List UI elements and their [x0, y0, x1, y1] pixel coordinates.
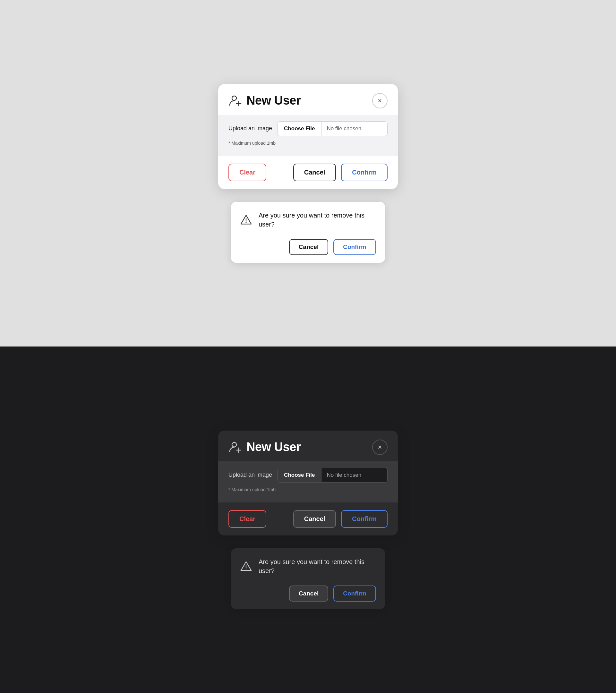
alert-confirm-button-dark[interactable]: Confirm	[333, 586, 376, 601]
file-upload-row-dark: Upload an image Choose File No file chos…	[228, 468, 388, 482]
modal-footer-dark: Clear Cancel Confirm	[218, 502, 398, 535]
modal-body-dark: Upload an image Choose File No file chos…	[218, 461, 398, 502]
no-file-text-light: No file chosen	[321, 122, 366, 136]
modal-title-light: New User	[246, 94, 301, 107]
close-button-light[interactable]: ×	[372, 93, 388, 108]
alert-footer-dark: Cancel Confirm	[231, 582, 385, 609]
modal-footer-light: Clear Cancel Confirm	[218, 156, 398, 189]
alert-cancel-button-light[interactable]: Cancel	[289, 239, 328, 255]
dark-theme-section: New User × Upload an image Choose File N…	[0, 346, 616, 693]
svg-point-9	[246, 569, 247, 570]
max-upload-note-light: * Maximum upload 1mb	[228, 140, 388, 146]
cancel-button-dark[interactable]: Cancel	[293, 510, 336, 528]
close-button-dark[interactable]: ×	[372, 439, 388, 455]
alert-message-dark: Are you sure you want to remove this use…	[259, 557, 376, 575]
alert-cancel-button-dark[interactable]: Cancel	[289, 586, 328, 601]
max-upload-note-dark: * Maximum upload 1mb	[228, 487, 388, 492]
choose-file-button-light[interactable]: Choose File	[278, 122, 321, 136]
clear-button-dark[interactable]: Clear	[228, 510, 266, 528]
clear-button-light[interactable]: Clear	[228, 164, 266, 181]
modal-body-light: Upload an image Choose File No file chos…	[218, 115, 398, 156]
svg-point-4	[246, 222, 247, 223]
user-add-icon-dark	[228, 440, 242, 454]
new-user-modal-light: New User × Upload an image Choose File N…	[218, 84, 398, 189]
modal-title-dark: New User	[246, 440, 301, 454]
alert-body-dark: Are you sure you want to remove this use…	[231, 548, 385, 582]
alert-footer-light: Cancel Confirm	[231, 235, 385, 263]
upload-label-light: Upload an image	[228, 125, 272, 132]
upload-label-dark: Upload an image	[228, 472, 272, 478]
alert-message-light: Are you sure you want to remove this use…	[259, 211, 376, 229]
user-add-icon-light	[228, 94, 242, 108]
file-input-wrapper-light: Choose File No file chosen	[277, 121, 388, 136]
choose-file-button-dark[interactable]: Choose File	[278, 468, 321, 482]
no-file-text-dark: No file chosen	[321, 468, 366, 482]
svg-point-0	[232, 96, 236, 100]
svg-point-5	[232, 442, 236, 447]
file-input-wrapper-dark: Choose File No file chosen	[277, 468, 388, 482]
alert-card-dark: Are you sure you want to remove this use…	[231, 548, 385, 609]
modal-header-dark: New User ×	[218, 431, 398, 461]
new-user-modal-dark: New User × Upload an image Choose File N…	[218, 431, 398, 535]
warning-icon-dark	[240, 560, 252, 573]
alert-body-light: Are you sure you want to remove this use…	[231, 202, 385, 235]
alert-confirm-button-light[interactable]: Confirm	[333, 239, 376, 255]
light-theme-section: New User × Upload an image Choose File N…	[0, 0, 616, 346]
cancel-button-light[interactable]: Cancel	[293, 164, 336, 181]
modal-header-light: New User ×	[218, 84, 398, 115]
file-upload-row-light: Upload an image Choose File No file chos…	[228, 121, 388, 136]
confirm-button-light[interactable]: Confirm	[341, 164, 388, 181]
confirm-button-dark[interactable]: Confirm	[341, 510, 388, 528]
warning-icon-light	[240, 213, 252, 226]
alert-card-light: Are you sure you want to remove this use…	[231, 202, 385, 263]
